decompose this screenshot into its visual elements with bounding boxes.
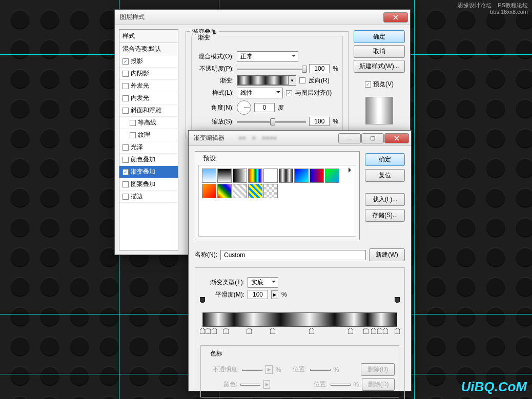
style-item-光泽[interactable]: 光泽 (119, 141, 178, 154)
style-select[interactable]: 线性 (237, 88, 283, 98)
minimize-button[interactable]: — (338, 133, 361, 143)
maximize-button[interactable]: ▢ (361, 133, 384, 143)
checkbox[interactable] (122, 144, 129, 151)
preset-swatch[interactable] (233, 184, 247, 198)
checkbox[interactable] (130, 132, 136, 138)
preview-checkbox[interactable] (365, 81, 371, 88)
color-stop[interactable] (371, 328, 376, 334)
preset-swatch[interactable] (217, 169, 232, 183)
style-item-颜色叠加[interactable]: 颜色叠加 (119, 154, 178, 166)
checkbox[interactable] (122, 194, 129, 200)
style-item-外发光[interactable]: 外发光 (119, 80, 178, 92)
color-stop[interactable] (270, 328, 275, 334)
reset-button[interactable]: 复位 (365, 169, 405, 182)
smoothness-arrow-icon[interactable]: ▶ (271, 290, 278, 299)
stop-pos-label: 位置: (306, 380, 328, 389)
save-button[interactable]: 存储(S)... (365, 209, 405, 222)
preset-swatch[interactable] (263, 169, 278, 183)
color-stop[interactable] (206, 328, 211, 334)
delete-button[interactable]: 删除(D) (361, 363, 395, 376)
stop-color-label: 颜色: (205, 380, 237, 389)
checkbox[interactable] (122, 157, 129, 163)
color-stop[interactable] (309, 328, 314, 334)
color-stop[interactable] (383, 328, 388, 334)
close-button[interactable] (383, 12, 408, 23)
blurred-text: ●● ● ●●●● (226, 134, 277, 141)
preset-swatch[interactable] (217, 184, 232, 198)
checkbox[interactable] (122, 181, 129, 187)
checkbox[interactable] (122, 71, 129, 77)
svg-marker-11 (371, 328, 376, 334)
style-item-纹理[interactable]: 纹理 (119, 129, 178, 141)
checkbox[interactable] (122, 95, 129, 101)
name-input[interactable]: Custom (220, 250, 366, 260)
color-stop[interactable] (200, 328, 205, 334)
style-item-内阴影[interactable]: 内阴影 (119, 68, 178, 80)
cancel-button[interactable]: 取消 (354, 45, 405, 58)
checkbox[interactable] (130, 120, 136, 126)
preset-swatch[interactable] (294, 169, 309, 183)
style-item-渐变叠加[interactable]: 渐变叠加 (119, 166, 178, 178)
angle-dial[interactable] (237, 100, 251, 115)
color-stop[interactable] (212, 328, 217, 334)
angle-input[interactable]: 0 (254, 103, 275, 112)
guide-v (414, 0, 415, 399)
reverse-checkbox[interactable] (299, 77, 305, 83)
preset-swatch[interactable] (233, 169, 247, 183)
align-checkbox[interactable] (286, 90, 292, 96)
blend-mode-select[interactable]: 正常 (237, 51, 298, 62)
preset-swatch[interactable] (248, 184, 262, 198)
preset-swatch[interactable] (279, 169, 293, 183)
color-stop[interactable] (363, 328, 369, 334)
svg-marker-8 (309, 328, 314, 334)
titlebar[interactable]: 图层样式 (115, 10, 410, 25)
color-stop[interactable] (348, 328, 353, 334)
gradient-picker[interactable]: ▼ (237, 75, 296, 86)
preset-swatch[interactable] (325, 169, 339, 183)
style-item-投影[interactable]: 投影 (119, 55, 178, 68)
preset-swatch[interactable] (248, 169, 262, 183)
titlebar[interactable]: 渐变编辑器 ●● ● ●●●● — ▢ (189, 131, 411, 146)
style-item-描边[interactable]: 描边 (119, 191, 178, 203)
preset-swatch[interactable] (202, 169, 216, 183)
opacity-stop[interactable] (200, 297, 205, 303)
load-button[interactable]: 载入(L)... (365, 193, 405, 206)
color-stop[interactable] (377, 328, 382, 334)
color-stop[interactable] (247, 328, 252, 334)
grad-type-label: 渐变类型(T): (200, 278, 244, 287)
preset-menu-icon[interactable] (349, 167, 354, 173)
color-stop[interactable] (223, 328, 229, 334)
new-button[interactable]: 新建(W) (369, 248, 405, 261)
style-item-图案叠加[interactable]: 图案叠加 (119, 178, 178, 191)
scale-slider[interactable] (237, 117, 306, 125)
style-item-label: 外发光 (131, 81, 149, 90)
delete-button[interactable]: 删除(D) (362, 378, 395, 391)
close-button[interactable] (384, 133, 409, 143)
unit: % (334, 366, 339, 373)
checkbox[interactable] (122, 108, 129, 114)
ok-button[interactable]: 确定 (354, 30, 405, 43)
new-style-button[interactable]: 新建样式(W)... (354, 60, 405, 73)
opacity-slider[interactable] (237, 65, 306, 73)
styles-header[interactable]: 样式 (119, 30, 178, 43)
blend-options-item[interactable]: 混合选项:默认 (119, 43, 178, 55)
opacity-stop[interactable] (395, 297, 400, 303)
color-stop[interactable] (395, 328, 400, 334)
gradient-bar[interactable] (202, 304, 397, 335)
style-item-斜面和浮雕[interactable]: 斜面和浮雕 (119, 104, 178, 117)
checkbox[interactable] (122, 169, 129, 175)
smoothness-input[interactable]: 100 (248, 290, 268, 299)
checkbox[interactable] (122, 58, 129, 65)
grad-type-select[interactable]: 实底 (248, 277, 278, 288)
style-item-内发光[interactable]: 内发光 (119, 92, 178, 104)
checkbox[interactable] (122, 83, 129, 89)
style-item-等高线[interactable]: 等高线 (119, 117, 178, 129)
preset-swatch[interactable] (263, 184, 278, 198)
opacity-input[interactable]: 100 (309, 64, 330, 73)
unit: % (276, 366, 281, 373)
scale-input[interactable]: 100 (309, 117, 330, 126)
preset-swatch[interactable] (202, 184, 216, 198)
arrow-icon: ▶ (265, 365, 273, 374)
ok-button[interactable]: 确定 (365, 153, 405, 166)
preset-swatch[interactable] (310, 169, 324, 183)
